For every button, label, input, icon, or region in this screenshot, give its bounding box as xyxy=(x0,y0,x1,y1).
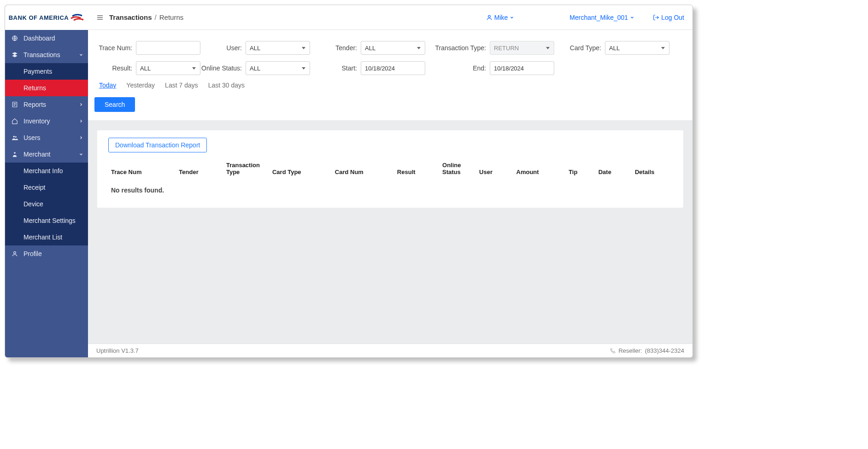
sidebar-item-label: Users xyxy=(23,134,41,141)
brand-logo: BANK OF AMERICA xyxy=(5,5,88,30)
breadcrumb-sub: Returns xyxy=(159,13,184,21)
sidebar: BANK OF AMERICA Dashboard Tran xyxy=(5,5,88,357)
profile-icon xyxy=(12,251,20,257)
svg-point-4 xyxy=(14,152,16,154)
footer-reseller-label: Reseller: xyxy=(618,347,642,354)
logout-label: Log Out xyxy=(661,14,684,21)
sidebar-item-merchant-settings[interactable]: Merchant Settings xyxy=(5,212,88,229)
chevron-right-icon xyxy=(79,102,83,107)
download-report-button[interactable]: Download Transaction Report xyxy=(108,138,207,152)
result-filter-select[interactable]: ALL xyxy=(136,61,200,75)
sidebar-item-receipt[interactable]: Receipt xyxy=(5,179,88,196)
search-button[interactable]: Search xyxy=(94,97,135,112)
end-date-input[interactable] xyxy=(490,61,554,75)
brand-text: BANK OF AMERICA xyxy=(9,14,69,21)
sidebar-item-inventory[interactable]: Inventory xyxy=(5,113,88,129)
trace-num-input[interactable] xyxy=(136,41,200,55)
th-user: User xyxy=(475,159,511,180)
sidebar-item-label: Merchant xyxy=(23,151,50,158)
footer: Uptrillion V1.3.7 Reseller: (833)344-232… xyxy=(88,344,692,357)
sidebar-item-label: Payments xyxy=(23,68,52,75)
sidebar-item-merchant-info[interactable]: Merchant Info xyxy=(5,163,88,179)
sidebar-item-label: Transactions xyxy=(23,51,60,58)
user-name: Mike xyxy=(494,14,508,21)
brand-flag-icon xyxy=(70,13,84,22)
th-online-status: Online Status xyxy=(438,159,475,180)
sidebar-item-transactions[interactable]: Transactions xyxy=(5,47,88,63)
phone-icon xyxy=(610,348,616,354)
online-status-label: Online Status: xyxy=(200,64,246,72)
chevron-down-icon xyxy=(79,152,83,157)
tender-filter-label: Tender: xyxy=(310,44,361,52)
no-results-message: No results found. xyxy=(103,180,678,194)
globe-icon xyxy=(12,35,20,41)
sidebar-item-profile[interactable]: Profile xyxy=(5,245,88,262)
breadcrumb-main[interactable]: Transactions xyxy=(109,13,152,21)
svg-point-3 xyxy=(15,136,17,138)
th-card-type: Card Type xyxy=(268,159,330,180)
nav-list: Dashboard Transactions Payments Returns xyxy=(5,30,88,262)
hamburger-icon[interactable] xyxy=(96,14,104,21)
sidebar-item-label: Merchant List xyxy=(23,233,62,241)
logout-link[interactable]: Log Out xyxy=(653,14,684,21)
filter-panel: Trace Num: User: ALL Tender: ALL Transac… xyxy=(88,30,692,120)
results-table: Trace Num Tender Transaction Type Card T… xyxy=(103,159,678,180)
quick-link-last30[interactable]: Last 30 days xyxy=(208,82,245,89)
footer-version: Uptrillion V1.3.7 xyxy=(96,347,139,354)
merchant-menu[interactable]: Merchant_Mike_001 xyxy=(569,14,634,21)
trans-type-label: Transaction Type: xyxy=(425,44,490,52)
sidebar-item-device[interactable]: Device xyxy=(5,196,88,212)
sidebar-item-label: Reports xyxy=(23,101,46,108)
sidebar-item-reports[interactable]: Reports xyxy=(5,96,88,113)
merchant-icon xyxy=(12,151,20,157)
footer-reseller-phone: (833)344-2324 xyxy=(645,347,684,354)
sidebar-item-label: Returns xyxy=(23,84,46,92)
card-type-select[interactable]: ALL xyxy=(605,41,669,55)
user-filter-label: User: xyxy=(200,44,246,52)
sidebar-item-merchant-list[interactable]: Merchant List xyxy=(5,229,88,245)
start-date-label: Start: xyxy=(310,64,361,72)
user-icon xyxy=(486,14,493,21)
result-filter-label: Result: xyxy=(94,64,136,72)
sidebar-item-label: Merchant Settings xyxy=(23,217,76,224)
quick-date-links: Today Yesterday Last 7 days Last 30 days xyxy=(99,82,686,89)
sidebar-item-label: Dashboard xyxy=(23,35,55,42)
trace-num-label: Trace Num: xyxy=(94,44,136,52)
th-trace-num: Trace Num xyxy=(103,159,174,180)
svg-point-2 xyxy=(13,136,15,138)
sidebar-item-label: Device xyxy=(23,200,43,208)
report-icon xyxy=(12,101,20,108)
quick-link-today[interactable]: Today xyxy=(99,82,116,89)
sidebar-item-merchant[interactable]: Merchant xyxy=(5,146,88,163)
chevron-right-icon xyxy=(79,119,83,123)
topbar: Transactions / Returns Mike Merchant_Mik… xyxy=(88,5,692,30)
end-date-label: End: xyxy=(425,64,490,72)
main-area: Transactions / Returns Mike Merchant_Mik… xyxy=(88,5,692,357)
th-tender: Tender xyxy=(174,159,222,180)
chevron-down-icon xyxy=(630,15,634,20)
sidebar-item-users[interactable]: Users xyxy=(5,129,88,146)
sidebar-item-label: Receipt xyxy=(23,184,45,191)
merchant-name: Merchant_Mike_001 xyxy=(569,14,628,21)
sidebar-item-payments[interactable]: Payments xyxy=(5,63,88,80)
quick-link-last7[interactable]: Last 7 days xyxy=(165,82,198,89)
breadcrumb-sep: / xyxy=(155,13,157,21)
tender-filter-select[interactable]: ALL xyxy=(361,41,425,55)
quick-link-yesterday[interactable]: Yesterday xyxy=(126,82,155,89)
th-result: Result xyxy=(393,159,438,180)
sidebar-item-dashboard[interactable]: Dashboard xyxy=(5,30,88,47)
home-icon xyxy=(12,118,20,124)
th-card-num: Card Num xyxy=(330,159,393,180)
user-menu[interactable]: Mike xyxy=(486,14,515,21)
online-status-select[interactable]: ALL xyxy=(246,61,310,75)
th-amount: Amount xyxy=(512,159,564,180)
svg-point-6 xyxy=(488,15,490,17)
th-date: Date xyxy=(594,159,630,180)
results-card: Download Transaction Report Trace Num Te… xyxy=(97,130,683,208)
app-window: BANK OF AMERICA Dashboard Tran xyxy=(5,5,693,358)
start-date-input[interactable] xyxy=(361,61,425,75)
sidebar-item-returns[interactable]: Returns xyxy=(5,80,88,96)
user-filter-select[interactable]: ALL xyxy=(246,41,310,55)
users-icon xyxy=(12,134,20,141)
th-trans-type: Transaction Type xyxy=(222,159,268,180)
